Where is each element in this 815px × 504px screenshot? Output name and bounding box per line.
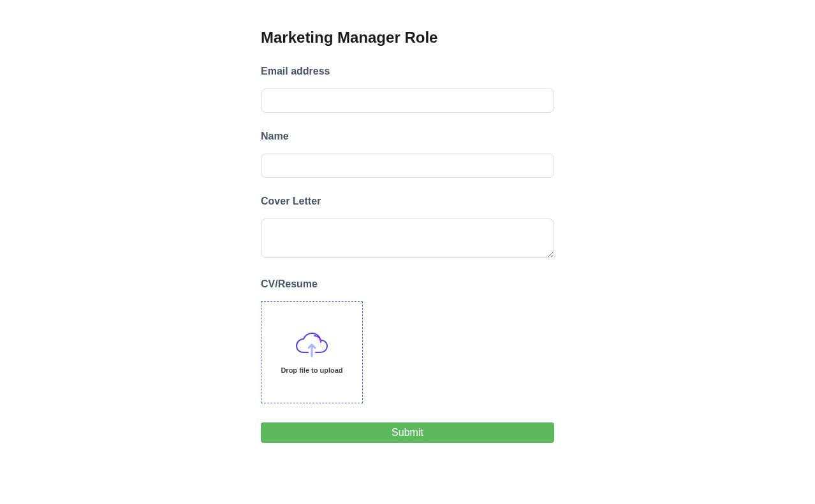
name-label: Name <box>261 131 554 142</box>
cover-letter-group: Cover Letter <box>261 196 554 261</box>
email-group: Email address <box>261 66 554 113</box>
name-input[interactable] <box>261 154 554 178</box>
cv-upload-zone[interactable]: Drop file to upload <box>261 301 363 403</box>
upload-text: Drop file to upload <box>281 366 342 374</box>
page-title: Marketing Manager Role <box>261 29 554 47</box>
cloud-upload-icon <box>295 331 328 357</box>
cv-label: CV/Resume <box>261 278 554 290</box>
form-container: Marketing Manager Role Email address Nam… <box>261 0 554 443</box>
submit-button[interactable]: Submit <box>261 422 554 443</box>
email-input[interactable] <box>261 89 554 113</box>
cover-letter-input[interactable] <box>261 219 554 258</box>
name-group: Name <box>261 131 554 178</box>
cover-letter-label: Cover Letter <box>261 196 554 207</box>
cv-group: CV/Resume Drop file to upload <box>261 278 554 403</box>
email-label: Email address <box>261 66 554 77</box>
